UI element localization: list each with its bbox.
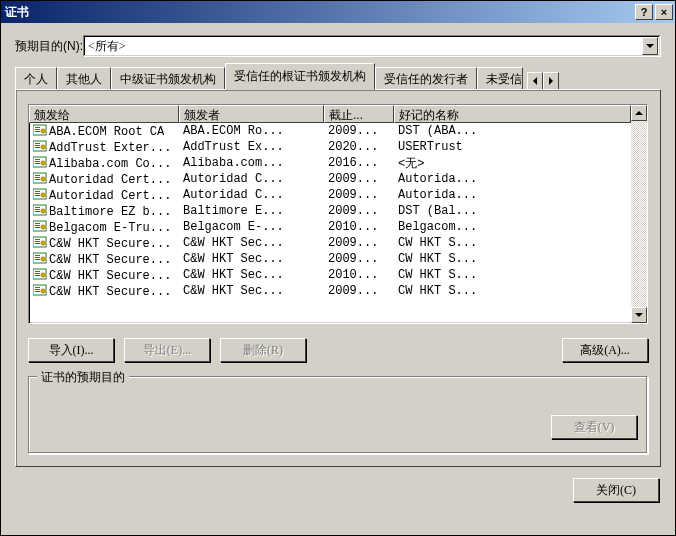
- tab-personal[interactable]: 个人: [15, 67, 57, 91]
- col-friendly-name[interactable]: 好记的名称: [394, 105, 631, 123]
- table-row[interactable]: Baltimore EZ b...Baltimore E...2009...DS…: [29, 203, 631, 219]
- svg-rect-51: [35, 287, 40, 288]
- export-button: 导出(E)...: [124, 338, 210, 362]
- tab-trusted-root-ca[interactable]: 受信任的根证书颁发机构: [225, 63, 375, 90]
- svg-point-9: [41, 145, 45, 149]
- svg-rect-47: [35, 273, 40, 274]
- svg-rect-18: [35, 179, 40, 180]
- titlebar[interactable]: 证书 ? ×: [1, 1, 675, 23]
- tab-scroll-left[interactable]: [527, 72, 543, 90]
- svg-rect-46: [35, 271, 40, 272]
- close-button[interactable]: 关闭(C): [573, 478, 659, 502]
- tab-untrusted[interactable]: 未受信任: [477, 67, 523, 91]
- cert-purpose-group: 证书的预期目的 查看(V): [28, 376, 648, 454]
- svg-rect-33: [35, 227, 40, 228]
- svg-rect-41: [35, 255, 40, 256]
- table-row[interactable]: Autoridad Cert...Autoridad C...2009...Au…: [29, 187, 631, 203]
- vertical-scrollbar[interactable]: [631, 105, 647, 323]
- tab-scroll-right[interactable]: [543, 72, 559, 90]
- certificate-icon: [33, 284, 47, 296]
- svg-rect-32: [35, 225, 40, 226]
- table-row[interactable]: C&W HKT Secure...C&W HKT Sec...2009...CW…: [29, 251, 631, 267]
- intended-purpose-select[interactable]: <所有>: [83, 35, 661, 57]
- svg-rect-1: [35, 127, 40, 128]
- svg-rect-28: [35, 211, 40, 212]
- tab-trusted-publishers[interactable]: 受信任的发行者: [375, 67, 477, 91]
- col-issued-to[interactable]: 颁发给: [29, 105, 179, 123]
- table-row[interactable]: C&W HKT Secure...C&W HKT Sec...2009...CW…: [29, 283, 631, 299]
- svg-rect-17: [35, 177, 40, 178]
- intended-purpose-label: 预期目的(N):: [15, 38, 83, 55]
- svg-rect-42: [35, 257, 40, 258]
- svg-point-39: [41, 241, 45, 245]
- certificate-list[interactable]: 颁发给 颁发者 截止... 好记的名称 ABA.ECOM Root CAABA.…: [28, 104, 648, 324]
- table-row[interactable]: Belgacom E-Tru...Belgacom E-...2010...Be…: [29, 219, 631, 235]
- svg-rect-48: [35, 275, 40, 276]
- certificate-icon: [33, 156, 47, 168]
- certificate-icon: [33, 236, 47, 248]
- table-row[interactable]: Autoridad Cert...Autoridad C...2009...Au…: [29, 171, 631, 187]
- table-row[interactable]: Alibaba.com Co...Alibaba.com...2016...<无…: [29, 155, 631, 171]
- svg-rect-37: [35, 241, 40, 242]
- svg-point-24: [41, 193, 45, 197]
- certificate-icon: [33, 172, 47, 184]
- chevron-down-icon: [635, 313, 643, 317]
- view-button: 查看(V): [551, 415, 637, 439]
- table-row[interactable]: AddTrust Exter...AddTrust Ex...2020...US…: [29, 139, 631, 155]
- svg-rect-38: [35, 243, 40, 244]
- help-icon: ?: [641, 6, 648, 18]
- svg-rect-23: [35, 195, 40, 196]
- col-issued-by[interactable]: 颁发者: [179, 105, 324, 123]
- svg-rect-7: [35, 145, 40, 146]
- certificate-icon: [33, 268, 47, 280]
- window-title: 证书: [5, 4, 633, 21]
- svg-rect-43: [35, 259, 40, 260]
- table-row[interactable]: C&W HKT Secure...C&W HKT Sec...2010...CW…: [29, 267, 631, 283]
- svg-rect-27: [35, 209, 40, 210]
- scroll-down-button[interactable]: [631, 307, 647, 323]
- chevron-left-icon: [533, 77, 537, 85]
- svg-rect-13: [35, 163, 40, 164]
- svg-point-14: [41, 161, 45, 165]
- scroll-up-button[interactable]: [631, 105, 647, 121]
- close-icon: ×: [661, 6, 667, 18]
- certificate-icon: [33, 204, 47, 216]
- dropdown-button[interactable]: [642, 37, 658, 55]
- import-button[interactable]: 导入(I)...: [28, 338, 114, 362]
- tab-intermediate-ca[interactable]: 中级证书颁发机构: [111, 67, 225, 91]
- certificate-icon: [33, 188, 47, 200]
- tab-other-people[interactable]: 其他人: [57, 67, 111, 91]
- col-expiration[interactable]: 截止...: [324, 105, 394, 123]
- scroll-track[interactable]: [631, 121, 647, 307]
- table-row[interactable]: ABA.ECOM Root CAABA.ECOM Ro...2009...DST…: [29, 123, 631, 139]
- svg-point-54: [41, 289, 45, 293]
- intended-purpose-value: <所有>: [88, 38, 642, 55]
- chevron-up-icon: [635, 111, 643, 115]
- close-window-button[interactable]: ×: [655, 4, 673, 20]
- certificate-icon: [33, 252, 47, 264]
- svg-rect-52: [35, 289, 40, 290]
- advanced-button[interactable]: 高级(A)...: [562, 338, 648, 362]
- svg-rect-21: [35, 191, 40, 192]
- svg-rect-6: [35, 143, 40, 144]
- svg-rect-11: [35, 159, 40, 160]
- svg-rect-26: [35, 207, 40, 208]
- certificate-icon: [33, 140, 47, 152]
- svg-rect-31: [35, 223, 40, 224]
- table-row[interactable]: C&W HKT Secure...C&W HKT Sec...2009...CW…: [29, 235, 631, 251]
- certificate-icon: [33, 124, 47, 136]
- tab-content: 颁发给 颁发者 截止... 好记的名称 ABA.ECOM Root CAABA.…: [15, 89, 661, 467]
- svg-rect-8: [35, 147, 40, 148]
- help-button[interactable]: ?: [635, 4, 653, 20]
- svg-point-4: [41, 129, 45, 133]
- chevron-down-icon: [646, 44, 654, 48]
- tabs: 个人 其他人 中级证书颁发机构 受信任的根证书颁发机构 受信任的发行者 未受信任: [15, 67, 661, 90]
- svg-rect-2: [35, 129, 40, 130]
- svg-point-49: [41, 273, 45, 277]
- list-header: 颁发给 颁发者 截止... 好记的名称: [29, 105, 631, 123]
- svg-point-44: [41, 257, 45, 261]
- chevron-right-icon: [549, 77, 553, 85]
- svg-point-29: [41, 209, 45, 213]
- svg-rect-3: [35, 131, 40, 132]
- group-title: 证书的预期目的: [37, 369, 129, 386]
